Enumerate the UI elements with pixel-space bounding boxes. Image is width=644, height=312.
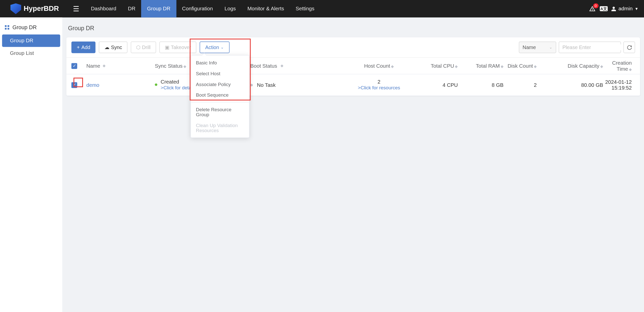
content-card: +Add ☁Sync ⬡Drill ▣Takeover Action ⌄ [66, 37, 640, 96]
cloud-icon: ☁ [104, 45, 109, 50]
cell-host: 2 >Click for resources [346, 79, 412, 91]
table-header: ✓ Name◆ Sync Status◆ Boot Status◆ Host C… [66, 58, 640, 74]
col-cpu[interactable]: Total CPU◆ [412, 63, 458, 69]
menu-select-host[interactable]: Select Host [191, 68, 249, 79]
cell-check: ✓ [71, 82, 86, 88]
sidebar: Group DR Group DR Group List [0, 17, 62, 312]
sort-icon: ◆ [600, 65, 603, 68]
nav-group-dr[interactable]: Group DR [141, 0, 176, 17]
menu-delete-resource-group[interactable]: Delete Resource Group [191, 104, 249, 120]
sort-icon: ◆ [455, 65, 458, 68]
table-row: ✓ demo Created >Click for details [66, 74, 640, 96]
table: ✓ Name◆ Sync Status◆ Boot Status◆ Host C… [66, 58, 640, 96]
drill-label: Drill [142, 45, 150, 50]
refresh-icon [627, 45, 632, 50]
alert-badge: 0 [593, 3, 598, 8]
chevron-down-icon: ⌄ [221, 45, 224, 50]
cell-diskcount: 2 [503, 82, 537, 88]
col-ram[interactable]: Total RAM◆ [458, 63, 504, 69]
host-detail-link[interactable]: >Click for resources [358, 85, 400, 91]
user-name: admin [619, 6, 633, 12]
hamburger-icon[interactable]: ☰ [67, 4, 85, 13]
user-icon [611, 6, 616, 11]
sort-icon: ◆ [391, 65, 394, 68]
svg-rect-3 [8, 28, 9, 29]
status-dot-icon [250, 84, 253, 86]
row-checkbox[interactable]: ✓ [71, 82, 77, 88]
col-host[interactable]: Host Count◆ [346, 63, 412, 69]
search-input[interactable] [562, 45, 625, 50]
filter-label: Name [522, 45, 536, 50]
boot-status-text: No Task [257, 82, 275, 88]
dropdown-divider [191, 102, 249, 103]
sidebar-item-group-list[interactable]: Group List [0, 47, 62, 59]
menu-associate-policy[interactable]: Associate Policy [191, 79, 249, 90]
svg-rect-0 [5, 25, 7, 27]
svg-rect-2 [5, 28, 7, 29]
select-all-checkbox[interactable]: ✓ [71, 63, 77, 69]
brand: HyperBDR [0, 3, 67, 14]
col-diskcount[interactable]: Disk Count◆ [503, 63, 537, 69]
filter-select[interactable]: Name ⌄ [519, 42, 556, 53]
action-button[interactable]: Action ⌄ [200, 42, 229, 53]
sort-icon: ◆ [501, 65, 504, 68]
nav-dashboard[interactable]: Dashboard [85, 0, 122, 17]
cell-ram: 8 GB [458, 82, 504, 88]
sort-icon: ◆ [103, 64, 106, 68]
col-name[interactable]: Name◆ [86, 63, 155, 69]
nav-dr[interactable]: DR [122, 0, 141, 17]
cell-created: 2024-01-12 15:19:52 [603, 79, 635, 91]
sidebar-header: Group DR [0, 22, 62, 34]
menu-boot-sequence[interactable]: Boot Sequence [191, 90, 249, 100]
col-created[interactable]: Creation Time◆ [603, 60, 635, 71]
nav-settings[interactable]: Settings [290, 0, 320, 17]
search-box[interactable]: ⌕ [559, 42, 621, 53]
sort-icon: ◆ [280, 64, 284, 68]
sidebar-item-group-dr[interactable]: Group DR [2, 34, 60, 47]
plus-icon: + [77, 45, 80, 50]
brand-shield-icon [10, 3, 21, 14]
nav-monitor-alerts[interactable]: Monitor & Alerts [242, 0, 290, 17]
col-checkbox: ✓ [71, 63, 86, 69]
brand-text: HyperBDR [24, 5, 59, 13]
chevron-down-icon: ⌄ [549, 45, 552, 50]
sync-button[interactable]: ☁Sync [99, 42, 127, 53]
user-menu[interactable]: admin ▼ [611, 6, 638, 12]
cell-name: demo [86, 82, 155, 88]
sort-icon: ◆ [629, 67, 632, 71]
svg-rect-1 [8, 25, 9, 27]
nav-items: Dashboard DR Group DR Configuration Logs… [85, 0, 320, 17]
status-dot-icon [155, 84, 157, 86]
nav-logs[interactable]: Logs [219, 0, 242, 17]
row-name-link[interactable]: demo [86, 82, 99, 88]
menu-basic-info[interactable]: Basic Info [191, 57, 249, 68]
nav-right: 0 A文 admin ▼ [588, 5, 644, 12]
col-boot[interactable]: Boot Status◆ [250, 63, 346, 69]
sort-icon: ◆ [183, 65, 186, 68]
col-diskcap[interactable]: Disk Capacity◆ [537, 63, 603, 69]
nav-configuration[interactable]: Configuration [176, 0, 219, 17]
refresh-button[interactable] [623, 42, 635, 53]
grid-icon [4, 24, 10, 30]
drill-icon: ⬡ [136, 45, 140, 50]
language-badge[interactable]: A文 [599, 6, 608, 11]
takeover-button[interactable]: ▣Takeover [159, 42, 196, 53]
caret-down-icon: ▼ [635, 7, 638, 11]
alerts-button[interactable]: 0 [588, 5, 596, 12]
drill-button[interactable]: ⬡Drill [131, 42, 156, 53]
menu-clean-up-validation: Clean Up Validation Resources [191, 120, 249, 136]
main: Group DR +Add ☁Sync ⬡Drill ▣Takeover [62, 17, 644, 312]
toolbar-right: Name ⌄ ⌕ [519, 42, 635, 53]
cell-boot: No Task [250, 82, 346, 88]
sort-icon: ◆ [534, 65, 537, 68]
action-label: Action [205, 45, 219, 50]
takeover-icon: ▣ [165, 45, 169, 50]
host-count-text: 2 [378, 79, 380, 85]
page-title: Group DR [62, 17, 644, 37]
add-button[interactable]: +Add [71, 42, 96, 53]
cell-diskcap: 80.00 GB [537, 82, 603, 88]
sync-label: Sync [111, 45, 122, 50]
takeover-label: Takeover [171, 45, 191, 50]
top-nav: HyperBDR ☰ Dashboard DR Group DR Configu… [0, 0, 644, 17]
action-dropdown: Basic Info Select Host Associate Policy … [190, 55, 249, 138]
